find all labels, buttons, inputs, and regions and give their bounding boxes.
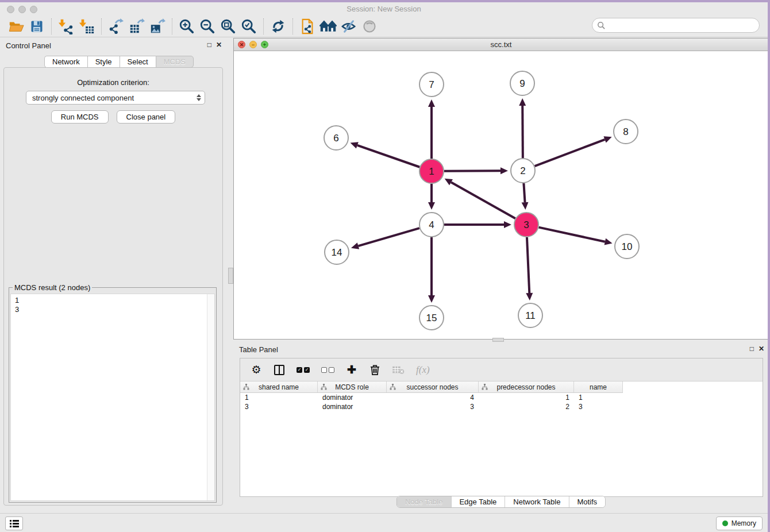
graph-edge-4-3[interactable] xyxy=(444,221,511,228)
column-header-name[interactable]: name xyxy=(574,381,623,392)
table-row[interactable]: 1 dominator 4 1 1 xyxy=(240,393,763,402)
memory-button[interactable]: Memory xyxy=(716,516,763,530)
tab-network-table[interactable]: Network Table xyxy=(505,496,569,507)
graph-edge-2-8[interactable] xyxy=(535,136,612,166)
column-header-shared-name[interactable]: shared name xyxy=(240,381,318,392)
graph-node-4[interactable]: 4 xyxy=(419,213,444,237)
float-table-panel-icon[interactable]: □ xyxy=(750,345,754,353)
new-network-from-selection-button[interactable] xyxy=(297,17,318,36)
graph-edge-4-15[interactable] xyxy=(428,237,435,303)
graph-node-8[interactable]: 8 xyxy=(614,119,638,144)
show-all-nodes-button[interactable] xyxy=(318,17,338,36)
export-table-button[interactable] xyxy=(126,17,147,36)
zoom-fit-button[interactable] xyxy=(218,17,238,36)
graph-edge-3-10[interactable] xyxy=(538,228,612,245)
zoom-window-button[interactable] xyxy=(30,6,37,13)
graph-edge-4-14[interactable] xyxy=(351,228,419,249)
graph-edge-3-1[interactable] xyxy=(445,179,515,218)
close-panel-button[interactable]: Close panel xyxy=(117,110,176,124)
open-session-button[interactable] xyxy=(6,17,26,36)
export-network-button[interactable] xyxy=(106,17,126,36)
float-panel-icon[interactable]: □ xyxy=(207,41,211,49)
graph-edge-1-6[interactable] xyxy=(351,142,420,167)
tab-node-table[interactable]: Node Table xyxy=(397,496,452,507)
graph-node-14[interactable]: 14 xyxy=(325,240,349,264)
column-header-mcds-role[interactable]: MCDS role xyxy=(318,381,387,392)
hide-selected-button[interactable] xyxy=(338,17,359,36)
table-toolbar: ⚙ ✓✓ ✚ xyxy=(240,358,763,381)
minimize-window-button[interactable] xyxy=(18,6,26,13)
tab-network[interactable]: Network xyxy=(44,56,87,68)
graph-edge-1-4[interactable] xyxy=(428,184,435,210)
close-table-panel-icon[interactable]: ✕ xyxy=(759,345,764,353)
network-window-titlebar[interactable]: ✕ − + scc.txt xyxy=(234,38,768,51)
cell-name[interactable]: 1 xyxy=(574,393,623,402)
graph-edge-1-2[interactable] xyxy=(444,167,508,174)
save-session-button[interactable] xyxy=(26,17,47,36)
delete-column-button[interactable] xyxy=(369,364,380,376)
mcds-result-textarea[interactable]: 1 3 xyxy=(10,294,215,501)
task-history-button[interactable] xyxy=(5,516,23,530)
import-network-button[interactable] xyxy=(56,17,76,36)
criterion-dropdown[interactable]: strongly connected component xyxy=(26,91,205,105)
apply-layout-button[interactable] xyxy=(268,17,288,36)
tab-edge-table[interactable]: Edge Table xyxy=(451,496,505,507)
column-header-predecessor-nodes[interactable]: predecessor nodes xyxy=(479,381,574,392)
delete-table-button[interactable] xyxy=(392,365,405,375)
window-frame-top xyxy=(0,0,770,2)
function-builder-button[interactable]: f(x) xyxy=(416,364,430,376)
zoom-selected-button[interactable] xyxy=(238,17,259,36)
cell-predecessor-nodes[interactable]: 1 xyxy=(479,393,574,402)
graph-edge-1-7[interactable] xyxy=(428,99,435,159)
graph-edge-2-3[interactable] xyxy=(522,183,529,210)
graph-node-6[interactable]: 6 xyxy=(324,126,348,150)
zoom-in-button[interactable] xyxy=(176,17,197,36)
cell-mcds-role[interactable]: dominator xyxy=(318,393,387,402)
cell-successor-nodes[interactable]: 3 xyxy=(387,402,479,411)
cell-successor-nodes[interactable]: 4 xyxy=(387,393,479,402)
graph-node-1[interactable]: 1 xyxy=(419,159,444,183)
graph-node-7[interactable]: 7 xyxy=(419,72,444,97)
network-maximize-button[interactable]: + xyxy=(261,41,268,48)
vertical-splitter-handle[interactable] xyxy=(228,268,233,284)
graph-edge-3-11[interactable] xyxy=(526,237,533,300)
deselect-all-button[interactable] xyxy=(321,367,334,373)
close-window-button[interactable] xyxy=(7,6,14,13)
graph-node-15[interactable]: 15 xyxy=(419,306,444,330)
cell-shared-name[interactable]: 1 xyxy=(240,393,318,402)
show-columns-button[interactable] xyxy=(274,365,285,375)
graph-node-9[interactable]: 9 xyxy=(510,71,534,95)
cell-predecessor-nodes[interactable]: 2 xyxy=(479,402,574,411)
tab-mcds[interactable]: MCDS xyxy=(156,56,194,68)
tab-select[interactable]: Select xyxy=(120,56,156,68)
column-header-successor-nodes[interactable]: successor nodes xyxy=(387,381,479,392)
zoom-out-button[interactable] xyxy=(197,17,218,36)
graph-edge-2-9[interactable] xyxy=(519,98,526,158)
tab-style[interactable]: Style xyxy=(87,56,120,68)
import-table-button[interactable] xyxy=(76,17,97,36)
graph-node-10[interactable]: 10 xyxy=(615,234,639,259)
graph-node-11[interactable]: 11 xyxy=(518,303,542,327)
graph-node-3[interactable]: 3 xyxy=(514,213,538,237)
show-hidden-button[interactable] xyxy=(359,17,380,36)
graph-node-2[interactable]: 2 xyxy=(511,159,535,183)
select-all-button[interactable]: ✓✓ xyxy=(297,367,310,373)
table-panel: Table Panel □ ✕ ⚙ ✓✓ ✚ xyxy=(233,342,769,512)
table-row[interactable]: 3 dominator 3 2 3 xyxy=(240,402,763,411)
export-image-button[interactable] xyxy=(147,17,168,36)
search-input[interactable] xyxy=(606,20,759,31)
tab-motifs[interactable]: Motifs xyxy=(569,496,605,507)
table-settings-button[interactable]: ⚙ xyxy=(251,364,262,376)
result-scrollbar[interactable] xyxy=(207,294,214,500)
network-minimize-button[interactable]: − xyxy=(249,41,257,48)
close-panel-icon[interactable]: ✕ xyxy=(216,41,222,49)
network-canvas[interactable]: 1234678910111415 xyxy=(234,51,768,339)
network-close-button[interactable]: ✕ xyxy=(238,41,245,48)
cell-name[interactable]: 3 xyxy=(574,402,623,411)
search-box[interactable] xyxy=(592,18,760,33)
add-column-button[interactable]: ✚ xyxy=(346,364,357,376)
cell-shared-name[interactable]: 3 xyxy=(240,402,318,411)
run-mcds-button[interactable]: Run MCDS xyxy=(51,110,109,124)
cell-mcds-role[interactable]: dominator xyxy=(318,402,387,411)
horizontal-splitter-handle[interactable] xyxy=(492,338,504,342)
